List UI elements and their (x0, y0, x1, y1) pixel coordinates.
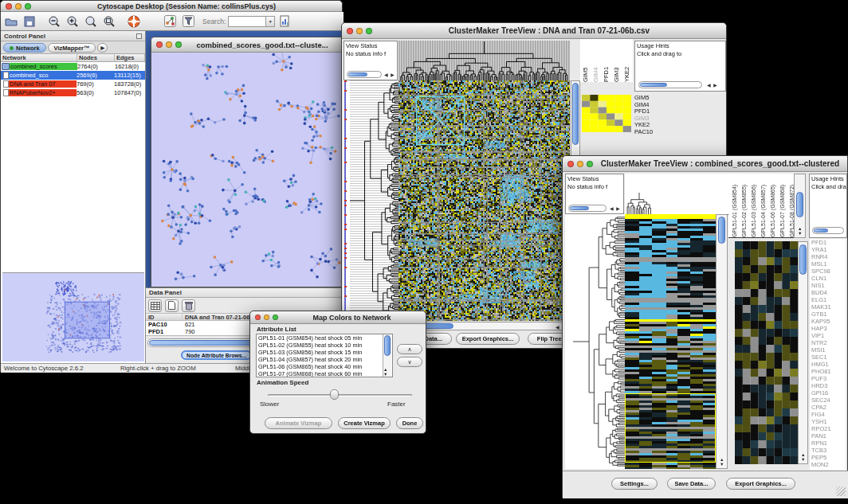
treeview2-titlebar[interactable]: ClusterMaker TreeView : combined_scores_… (563, 156, 847, 172)
column-label[interactable]: GPL51-01 (GSM854) (731, 174, 738, 237)
heatmap-vscrollbar[interactable] (716, 214, 728, 469)
col-nodes[interactable]: Nodes (77, 54, 115, 61)
help-icon[interactable] (126, 14, 142, 29)
zoom-button[interactable] (366, 28, 372, 34)
gene-label[interactable]: PEP5 (811, 454, 846, 461)
gene-label[interactable]: GTB1 (811, 311, 846, 318)
heatmap-canvas[interactable] (625, 214, 716, 469)
usage-hints-scrollbar[interactable] (812, 227, 844, 234)
minimize-button[interactable] (264, 315, 269, 320)
treeview-button[interactable]: Export Graphics... (726, 478, 795, 490)
control-panel-tab[interactable]: Network (3, 43, 46, 53)
minimize-button[interactable] (15, 3, 22, 10)
minimize-button[interactable] (356, 28, 363, 34)
animation-speed-slider-track[interactable] (268, 394, 412, 397)
column-label[interactable]: GIM5 (582, 39, 589, 82)
gene-label[interactable]: SPC98 (811, 268, 846, 275)
column-label[interactable]: GPL51-06 (GSM865) (769, 174, 776, 237)
report-icon[interactable] (277, 14, 293, 29)
global-vscrollbar[interactable] (798, 241, 808, 464)
dialog-button[interactable]: Animate Vizmap (265, 417, 332, 429)
network-row[interactable]: combined_sco 2569(6) 13112(15) (1, 71, 145, 80)
control-panel-tab[interactable]: ▶ (97, 43, 108, 53)
dialog-titlebar[interactable]: Map Colors to Network (250, 311, 426, 324)
move-up-button[interactable]: ∧ (397, 344, 422, 354)
gene-label[interactable]: ELG1 (811, 296, 846, 303)
attribute-list-item[interactable]: GPL51-04 (GSM857) heat shock 20 min (258, 356, 392, 363)
gene-label[interactable]: CPA2 (811, 404, 846, 411)
attribute-list-item[interactable]: GPL51-02 (GSM855) heat shock 10 min (258, 342, 392, 349)
gene-label[interactable]: NTR2 (811, 339, 846, 346)
delete-attribute-icon[interactable] (182, 299, 195, 312)
gene-label[interactable]: FIG4 (811, 411, 846, 418)
float-panel-icon[interactable] (136, 33, 142, 39)
gene-label[interactable]: MON2 (811, 461, 846, 468)
network-row[interactable]: RNAPuberNov2+ 563(0) 107847(0) (1, 88, 145, 97)
usage-hints-scrollbar[interactable] (638, 81, 702, 88)
close-button[interactable] (6, 3, 12, 10)
minimize-button[interactable] (166, 41, 172, 48)
attribute-list[interactable]: GPL51-01 (GSM854) heat shock 05 minGPL51… (256, 334, 393, 377)
open-icon[interactable] (3, 14, 19, 29)
gene-label[interactable]: NIS1 (811, 282, 846, 289)
global-heatmap-canvas[interactable] (735, 241, 798, 464)
zoom-button[interactable] (25, 3, 31, 10)
treeview-button[interactable]: Save Data... (667, 478, 716, 490)
attribute-list-item[interactable]: GPL51-06 (GSM865) heat shock 40 min (258, 363, 392, 370)
animation-speed-slider-thumb[interactable] (330, 389, 339, 400)
scrollbar-arrows[interactable] (707, 82, 718, 88)
gene-label[interactable]: SEC24 (811, 397, 846, 404)
gene-label[interactable]: HRD3 (811, 382, 846, 389)
column-label[interactable]: GPL51-08 (GSM872) (788, 174, 794, 237)
search-dropdown-icon[interactable]: ▼ (265, 17, 274, 26)
network-graph-canvas[interactable] (151, 53, 343, 287)
gene-label[interactable]: HAP3 (811, 325, 846, 332)
heatmap-canvas[interactable] (398, 80, 570, 321)
network-row[interactable]: DNA and Tran 07 769(0) 183728(0) (1, 80, 145, 88)
zoom-selected-icon[interactable] (101, 14, 117, 29)
zoom-button[interactable] (273, 315, 278, 320)
col-edges[interactable]: Edges (115, 54, 145, 61)
select-attributes-icon[interactable] (148, 299, 162, 312)
birdseye-overview-canvas[interactable] (2, 272, 144, 361)
zoom-button[interactable] (587, 161, 593, 167)
column-label[interactable]: GPL51-07 (GSM868) (779, 174, 786, 237)
column-dendrogram-canvas[interactable] (398, 41, 570, 80)
main-titlebar[interactable]: Cytoscape Desktop (Session Name: collins… (1, 1, 342, 12)
gene-label[interactable]: HMG1 (811, 361, 846, 368)
gene-label[interactable]: YRA1 (811, 246, 846, 253)
gene-label[interactable]: VIP1 (811, 332, 846, 339)
gene-label[interactable]: PFD1 (811, 239, 846, 246)
gene-label[interactable]: MSL1 (811, 260, 846, 268)
network-row[interactable]: combined_scores 2764(0) 16218(0) (1, 62, 145, 71)
mini-heatmap-canvas[interactable] (582, 95, 631, 132)
gene-label[interactable]: PAN1 (811, 432, 846, 440)
treeview-button[interactable]: Settings... (611, 478, 658, 490)
treeview-button[interactable]: Export Graphics... (456, 333, 520, 345)
scrollbar-arrows[interactable] (384, 72, 395, 77)
view-status-scrollbar[interactable] (568, 205, 607, 212)
scrollbar-arrows[interactable] (610, 205, 621, 211)
gene-label[interactable]: TCB3 (811, 447, 846, 454)
gene-label[interactable]: GPI16 (811, 389, 846, 397)
column-dendrogram-canvas[interactable] (625, 174, 728, 215)
zoom-fit-icon[interactable] (83, 14, 99, 29)
row-dendrogram-canvas[interactable] (344, 80, 398, 321)
attribute-list-item[interactable]: GPL51-07 (GSM868) heat shock 60 min (258, 370, 392, 377)
dialog-button[interactable]: Create Vizmap (338, 417, 391, 429)
node-attribute-browser-tab[interactable]: Node Attribute Brows... (181, 350, 252, 360)
gene-label[interactable]: PUF3 (811, 375, 846, 382)
col-id[interactable]: ID (146, 314, 183, 320)
search-input[interactable] (229, 17, 265, 26)
column-label[interactable]: GIM4 (592, 39, 599, 82)
column-label[interactable]: GPL51-04 (GSM857) (760, 174, 767, 237)
zoom-button[interactable] (175, 41, 182, 48)
column-label[interactable]: GIM3 (613, 39, 620, 82)
gene-label[interactable]: RNR4 (811, 253, 846, 260)
attribute-list-item[interactable]: GPL51-01 (GSM854) heat shock 05 min (258, 334, 392, 342)
resize-grip[interactable] (836, 486, 846, 496)
zoom-out-icon[interactable] (46, 14, 62, 29)
zoom-in-icon[interactable] (65, 14, 80, 29)
column-label[interactable]: GPL51-03 (GSM856) (750, 174, 757, 237)
gene-label[interactable]: RPO21 (811, 425, 846, 432)
